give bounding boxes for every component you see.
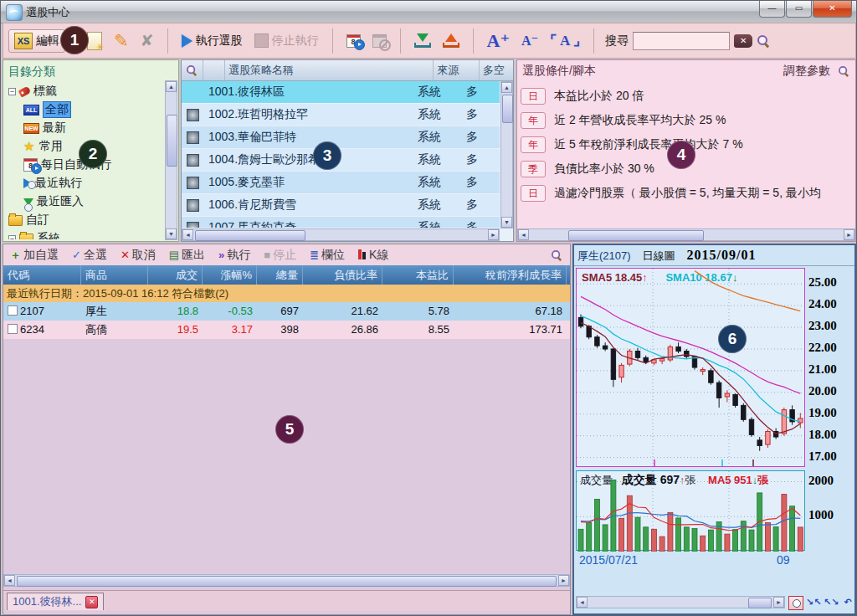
scroll-thumb[interactable] [502, 95, 513, 123]
scroll-up-icon[interactable]: ▲ [501, 82, 512, 93]
font-decrease-button[interactable]: A⁻ [516, 29, 544, 52]
strategy-hscrollbar[interactable]: ◄ ► [182, 228, 500, 241]
tree-item-最近執行[interactable]: 最近執行 [5, 174, 165, 192]
row-square-button[interactable] [187, 177, 199, 189]
condition-row[interactable]: 日本益比小於 20 倍 [521, 84, 852, 108]
strategy-row[interactable]: 1006.肯尼斯費雪系統多 [182, 194, 500, 216]
condition-row[interactable]: 年近 2 年營收成長率平均大於 25 % [521, 108, 852, 132]
tree-item-自訂[interactable]: 自訂 [5, 211, 165, 229]
strategy-row[interactable]: 1001.彼得林區系統多 [182, 81, 500, 103]
cancel-daily-run-button[interactable] [367, 31, 393, 51]
tree-item-label[interactable]: 最近執行 [35, 176, 82, 191]
column-header-代碼[interactable]: 代碼 [3, 265, 81, 285]
import-button[interactable] [408, 30, 437, 51]
collapse-icon[interactable]: − [8, 235, 16, 240]
tree-item-label[interactable]: 全部 [43, 101, 71, 118]
tree-item-全部[interactable]: ALL全部 [5, 100, 165, 119]
strategy-name-column[interactable]: 選股策略名稱 [225, 60, 434, 80]
zoom-out-icon[interactable]: ↖↘ [824, 596, 839, 610]
row-checkbox[interactable] [8, 324, 18, 334]
stop-run-button[interactable]: 停止執行 [249, 30, 325, 52]
strategy-side-column[interactable]: 多空 [480, 60, 513, 80]
scroll-right-icon[interactable]: ► [844, 229, 854, 240]
scroll-left-icon[interactable]: ◄ [182, 229, 193, 240]
row-square-button[interactable] [187, 154, 199, 167]
tree-item-最近匯入[interactable]: 最近匯入 [5, 192, 165, 211]
加自選-button[interactable]: ＋加自選 [10, 248, 59, 263]
tree-item-label[interactable]: 常用 [39, 139, 63, 154]
time-mode-button[interactable] [788, 596, 803, 610]
scroll-down-icon[interactable]: ▼ [501, 217, 512, 228]
result-row-2107[interactable]: 2107厚生18.8-0.5369721.625.7867.1834.5 [3, 302, 570, 321]
collapse-icon[interactable]: − [8, 88, 16, 95]
strategy-vscrollbar[interactable]: ▲ ▼ [500, 81, 513, 228]
adjust-params-button[interactable]: 調整參數 [783, 64, 830, 79]
匯出-button[interactable]: ▤匯出 [169, 248, 205, 263]
tree-item-label[interactable]: 最近匯入 [37, 194, 84, 209]
result-tab[interactable]: 1001.彼得林... ✕ [7, 593, 104, 610]
results-hscrollbar[interactable]: ◄ ► [3, 574, 570, 587]
strategy-row[interactable]: 1005.麥克墨菲系統多 [182, 172, 500, 193]
scroll-thumb[interactable] [568, 230, 704, 241]
scroll-left-icon[interactable]: ◄ [518, 229, 529, 240]
tree-item-label[interactable]: 自訂 [26, 213, 49, 228]
daily-auto-run-button[interactable]: 8 [341, 31, 367, 51]
strategy-row-select-cell[interactable] [182, 109, 203, 121]
欄位-button[interactable]: ≣欄位 [310, 248, 345, 263]
scroll-left-icon[interactable]: ◄ [4, 575, 15, 586]
delete-strategy-button[interactable]: ✘ [135, 30, 160, 52]
strategy-row[interactable]: 1007.馬克約克奇系統多 [182, 217, 500, 228]
column-header-總量[interactable]: 總量 [257, 265, 303, 285]
minimize-button[interactable]: — [759, 1, 785, 18]
scroll-up-icon[interactable]: ▲ [166, 81, 177, 92]
取消-button[interactable]: ✕取消 [121, 248, 156, 263]
volume-chart[interactable]: 成交量 成交量 697↑張 MA5 951↓張 [576, 470, 805, 551]
column-header-營收成長率[interactable]: 營收成長率 [567, 265, 570, 285]
scroll-right-icon[interactable]: ► [488, 229, 499, 240]
undo-icon[interactable]: ↶ [840, 596, 855, 610]
scroll-thumb[interactable] [167, 115, 177, 167]
search-input[interactable] [633, 32, 730, 50]
results-zoom-icon[interactable] [551, 249, 562, 261]
chart-hscrollbar[interactable]: ◄ ► [576, 596, 785, 608]
strategy-row-select-cell[interactable] [182, 222, 203, 228]
magnifier-icon[interactable] [838, 65, 849, 77]
clear-search-icon[interactable]: ✕ [734, 34, 752, 48]
tree-item-系統[interactable]: −系統 [5, 229, 165, 239]
scroll-thumb[interactable] [17, 576, 557, 587]
strategy-source-column[interactable]: 來源 [434, 60, 480, 80]
scroll-left-icon[interactable]: ◄ [577, 597, 588, 608]
scroll-right-icon[interactable]: ► [773, 597, 784, 608]
font-reset-button[interactable]: ⌜A⌟ [544, 28, 586, 53]
strategy-row[interactable]: 1002.班哲明格拉罕系統多 [182, 104, 500, 126]
strategy-row-select-cell[interactable] [182, 131, 203, 144]
column-header-商品[interactable]: 商品 [81, 265, 148, 285]
scroll-right-icon[interactable]: ► [558, 575, 569, 586]
run-selection-button[interactable]: 執行選股 [176, 30, 249, 52]
tree-item-標籤[interactable]: −標籤 [5, 82, 165, 100]
column-header-本益比[interactable]: 本益比 [382, 265, 454, 285]
scroll-thumb[interactable] [748, 598, 772, 608]
zoom-in-icon[interactable]: ↘↖ [806, 596, 821, 610]
strategy-row-select-cell[interactable] [182, 177, 203, 189]
row-square-button[interactable] [187, 109, 199, 121]
edit-button[interactable]: XS 編輯 [8, 29, 65, 53]
search-icon[interactable] [757, 34, 770, 48]
maximize-button[interactable]: ▭ [786, 1, 812, 18]
tree-item-label[interactable]: 系統 [37, 231, 60, 239]
strategy-row-select-cell[interactable] [182, 154, 203, 167]
edit-strategy-button[interactable]: ✎ [108, 30, 135, 52]
price-chart[interactable]: SMA5 18.45↑ SMA10 18.67↓ [576, 268, 805, 467]
row-square-button[interactable] [187, 222, 199, 228]
tree-item-label[interactable]: 最新 [43, 121, 66, 136]
condition-row[interactable]: 日過濾冷門股票（ 最小股價 = 5, 均量天期 = 5, 最小均 [521, 181, 852, 205]
result-row-6234[interactable]: 6234高僑19.53.1739826.868.55173.71101.7 [3, 321, 570, 339]
column-header-漲幅%[interactable]: 漲幅% [203, 265, 257, 285]
column-header-成交[interactable]: 成交 [148, 265, 203, 285]
strategy-row[interactable]: 1003.華倫巴菲特系統多 [182, 126, 500, 148]
執行-button[interactable]: »執行 [218, 248, 250, 263]
row-checkbox[interactable] [8, 305, 18, 316]
scroll-thumb[interactable] [195, 230, 305, 241]
K線-button[interactable]: K線 [358, 248, 388, 263]
export-button[interactable] [437, 30, 465, 51]
